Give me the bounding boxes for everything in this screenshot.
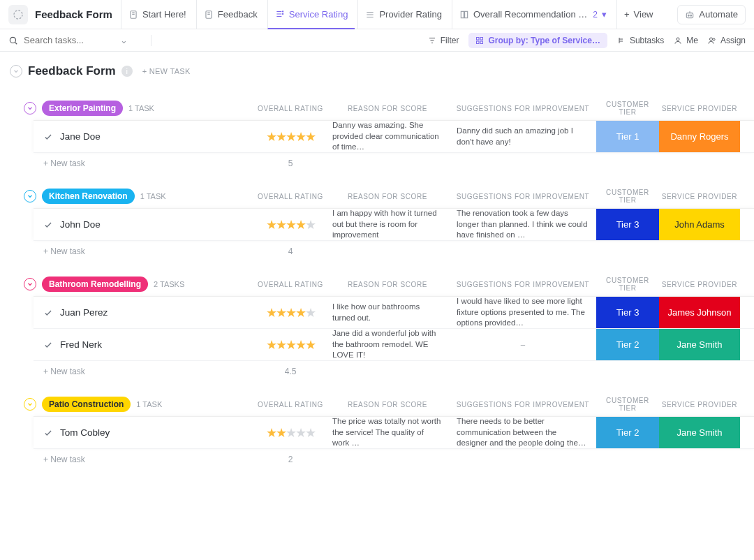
reason-cell[interactable]: I like how our bathrooms turned out.: [325, 297, 450, 328]
new-task-link[interactable]: + NEW TASK: [142, 67, 191, 75]
col-header-reason[interactable]: REASON FOR SCORE: [325, 193, 450, 200]
col-header-tier[interactable]: CUSTOMER TIER: [596, 397, 659, 412]
task-row[interactable]: John Doe ★★★★★ I am happy with how it tu…: [34, 208, 754, 240]
tier-cell[interactable]: Tier 2: [596, 329, 659, 360]
group-collapse-icon[interactable]: [24, 190, 36, 202]
suggestions-cell[interactable]: I would have liked to see more light fix…: [450, 297, 596, 328]
group-collapse-icon[interactable]: [24, 278, 36, 290]
suggestions-cell[interactable]: Danny did such an amazing job I don't ha…: [450, 121, 596, 152]
subtasks-button[interactable]: Subtasks: [617, 36, 664, 45]
col-header-suggestions[interactable]: SUGGESTIONS FOR IMPROVEMENT: [450, 401, 596, 408]
group-task-count: 1 TASK: [136, 400, 162, 408]
search-chevron-icon[interactable]: ⌄: [120, 35, 128, 45]
star-icon: ★: [266, 337, 276, 353]
col-header-reason[interactable]: REASON FOR SCORE: [325, 281, 450, 288]
provider-cell[interactable]: John Adams: [659, 209, 740, 240]
col-header-rating[interactable]: OVERALL RATING: [256, 105, 325, 112]
tab-start-here[interactable]: Start Here!: [121, 0, 193, 29]
tab-feedback[interactable]: Feedback: [196, 0, 265, 29]
svg-point-9: [690, 15, 692, 16]
task-row[interactable]: Juan Perez ★★★★★ I like how our bathroom…: [34, 296, 754, 328]
col-header-tier[interactable]: CUSTOMER TIER: [596, 189, 659, 204]
col-header-rating[interactable]: OVERALL RATING: [256, 193, 325, 200]
check-icon: [43, 428, 53, 438]
search-input[interactable]: [24, 35, 114, 45]
col-header-provider[interactable]: SERVICE PROVIDER: [659, 401, 740, 408]
suggestions-cell[interactable]: The renovation took a few days longer th…: [450, 209, 596, 240]
chevron-down-icon: ▾: [602, 9, 607, 20]
check-icon: [43, 308, 53, 318]
tab-overall-recommendation[interactable]: Overall Recommendation … 2 ▾: [452, 0, 614, 29]
col-header-rating[interactable]: OVERALL RATING: [256, 281, 325, 288]
svg-point-15: [677, 38, 679, 40]
tier-cell[interactable]: Tier 3: [596, 297, 659, 328]
rating-cell[interactable]: ★★★★★: [256, 329, 325, 360]
add-task-button[interactable]: + New task: [34, 367, 256, 376]
tier-cell[interactable]: Tier 1: [596, 121, 659, 152]
task-row[interactable]: Jane Doe ★★★★★ Danny was amazing. She pr…: [34, 120, 754, 152]
svg-rect-14: [480, 41, 483, 44]
reason-cell[interactable]: Jane did a wonderful job with the bathro…: [325, 329, 450, 360]
reason-cell[interactable]: The price was totally not worth the serv…: [325, 417, 450, 448]
col-header-suggestions[interactable]: SUGGESTIONS FOR IMPROVEMENT: [450, 281, 596, 288]
col-header-rating[interactable]: OVERALL RATING: [256, 401, 325, 408]
col-header-reason[interactable]: REASON FOR SCORE: [325, 105, 450, 112]
col-header-tier[interactable]: CUSTOMER TIER: [596, 101, 659, 116]
col-header-provider[interactable]: SERVICE PROVIDER: [659, 281, 740, 288]
search-container: ⌄: [8, 35, 141, 45]
info-icon[interactable]: i: [121, 66, 133, 77]
task-name-cell: Fred Nerk: [34, 329, 256, 360]
rating-cell[interactable]: ★★★★★: [256, 121, 325, 152]
svg-point-4: [282, 13, 283, 14]
svg-point-16: [709, 38, 712, 40]
tier-cell[interactable]: Tier 3: [596, 209, 659, 240]
group-pill[interactable]: Bathroom Remodelling: [42, 277, 148, 292]
star-icon: ★: [266, 425, 276, 441]
automate-button[interactable]: Automate: [677, 5, 746, 24]
groupby-button[interactable]: Group by: Type of Service…: [468, 33, 607, 48]
col-header-provider[interactable]: SERVICE PROVIDER: [659, 193, 740, 200]
tab-service-rating[interactable]: Service Rating: [267, 0, 355, 29]
group-collapse-icon[interactable]: [24, 398, 36, 411]
reason-cell[interactable]: I am happy with how it turned out but th…: [325, 209, 450, 240]
col-header-suggestions[interactable]: SUGGESTIONS FOR IMPROVEMENT: [450, 193, 596, 200]
add-task-button[interactable]: + New task: [34, 246, 256, 256]
rating-cell[interactable]: ★★★★★: [256, 297, 325, 328]
task-name-cell: Jane Doe: [34, 121, 256, 152]
tier-cell[interactable]: Tier 2: [596, 417, 659, 448]
star-icon: ★: [305, 425, 315, 441]
task-row[interactable]: Fred Nerk ★★★★★ Jane did a wonderful job…: [34, 328, 754, 360]
svg-rect-5: [461, 11, 464, 17]
provider-cell[interactable]: Jane Smith: [659, 329, 740, 360]
group-pill[interactable]: Patio Construction: [42, 397, 131, 412]
suggestions-cell[interactable]: –: [450, 329, 596, 360]
star-icon: ★: [295, 305, 305, 320]
list-collapse-icon[interactable]: [10, 65, 22, 78]
rating-cell[interactable]: ★★★★★: [256, 209, 325, 240]
col-header-tier[interactable]: CUSTOMER TIER: [596, 277, 659, 292]
add-task-button[interactable]: + New task: [34, 159, 256, 168]
group-pill[interactable]: Exterior Painting: [42, 101, 123, 116]
provider-cell[interactable]: Jane Smith: [659, 417, 740, 448]
task-name: Fred Nerk: [60, 339, 102, 350]
tab-provider-rating[interactable]: Provider Rating: [357, 0, 449, 29]
add-task-button[interactable]: + New task: [34, 455, 256, 464]
check-icon: [43, 132, 53, 142]
group-collapse-icon[interactable]: [24, 102, 36, 115]
col-header-suggestions[interactable]: SUGGESTIONS FOR IMPROVEMENT: [450, 105, 596, 112]
tab-add-view[interactable]: + View: [616, 0, 660, 29]
col-header-reason[interactable]: REASON FOR SCORE: [325, 401, 450, 408]
group-pill[interactable]: Kitchen Renovation: [42, 189, 135, 204]
reason-cell[interactable]: Danny was amazing. She provid­ed clear c…: [325, 121, 450, 152]
provider-cell[interactable]: James Johnson: [659, 297, 740, 328]
filter-button[interactable]: Filter: [428, 36, 459, 45]
group: Exterior Painting 1 TASK OVERALL RATING …: [10, 101, 754, 173]
provider-cell[interactable]: Danny Rogers: [659, 121, 740, 152]
me-button[interactable]: Me: [674, 36, 698, 45]
col-header-provider[interactable]: SERVICE PROVIDER: [659, 105, 740, 112]
rating-cell[interactable]: ★★★★★: [256, 417, 325, 448]
assignees-button[interactable]: Assign: [708, 36, 746, 45]
suggestions-cell[interactable]: There needs to be better communication b…: [450, 417, 596, 448]
svg-rect-11: [477, 37, 480, 40]
task-row[interactable]: Tom Cobley ★★★★★ The price was totally n…: [34, 416, 754, 448]
